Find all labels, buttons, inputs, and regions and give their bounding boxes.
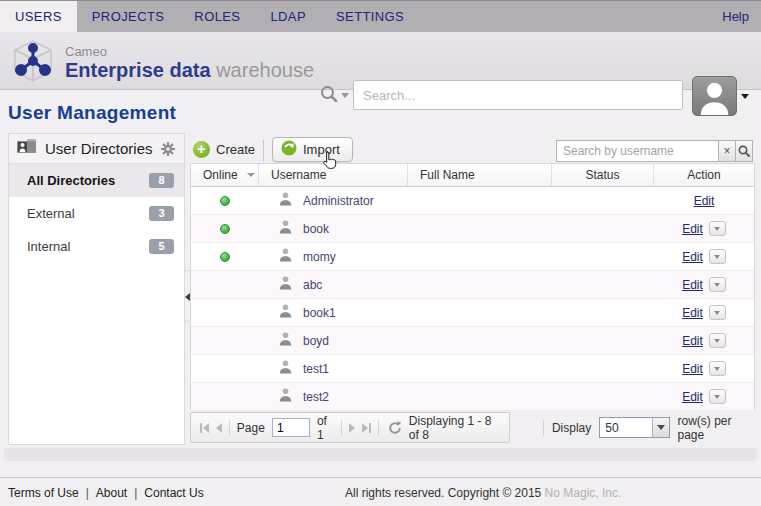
pagination-separator xyxy=(378,420,379,436)
edit-link[interactable]: Edit xyxy=(682,278,703,292)
username-cell: boyd xyxy=(259,332,408,349)
action-cell: Edit xyxy=(654,277,754,292)
row-menu-button[interactable] xyxy=(709,361,726,376)
action-cell: Edit xyxy=(654,194,754,208)
edit-link[interactable]: Edit xyxy=(682,222,703,236)
chevron-down-icon xyxy=(657,425,665,430)
nav-tab[interactable]: SETTINGS xyxy=(321,1,419,32)
plus-circle-icon: + xyxy=(193,141,210,158)
brand-line2: Enterprise data warehouse xyxy=(65,59,314,81)
username-text: book1 xyxy=(303,306,336,320)
row-menu-button[interactable] xyxy=(709,333,726,348)
column-header-username[interactable]: Username xyxy=(259,164,408,186)
clear-search-button[interactable]: × xyxy=(719,140,736,162)
online-cell xyxy=(191,252,259,262)
footer-link[interactable]: Terms of Use xyxy=(8,486,79,500)
column-header-action[interactable]: Action xyxy=(654,164,754,186)
column-header-online[interactable]: Online xyxy=(191,164,259,186)
search-submit-button[interactable] xyxy=(736,140,753,162)
online-indicator xyxy=(220,252,230,262)
pagination-separator xyxy=(543,420,544,436)
row-menu-button[interactable] xyxy=(709,221,726,236)
top-nav-items: USERSPROJECTSROLESLDAPSETTINGS xyxy=(0,1,419,32)
person-icon xyxy=(279,192,292,209)
import-button[interactable]: Import xyxy=(272,137,353,162)
pagination-bar: Page of 1 Displaying 1 - 8 of 8 Display … xyxy=(190,412,755,445)
search-icon[interactable] xyxy=(320,85,338,107)
column-header-fullname[interactable]: Full Name xyxy=(408,164,552,186)
row-menu-button[interactable] xyxy=(709,277,726,292)
sidebar-directory-item[interactable]: External 3 xyxy=(9,197,184,230)
page-title: User Management xyxy=(8,102,176,124)
directory-label: External xyxy=(27,206,75,221)
chevron-down-icon xyxy=(714,367,720,371)
create-button[interactable]: + Create xyxy=(193,141,255,158)
sidebar-directory-item[interactable]: Internal 5 xyxy=(9,230,184,263)
nav-tab[interactable]: PROJECTS xyxy=(77,1,180,32)
column-menu-caret-icon[interactable] xyxy=(247,173,255,177)
page-number-input[interactable] xyxy=(272,418,310,437)
username-text: abc xyxy=(303,278,322,292)
username-cell: book1 xyxy=(259,304,408,321)
refresh-icon[interactable] xyxy=(388,421,402,435)
sidebar-title: User Directories xyxy=(45,140,153,157)
directory-count-badge: 8 xyxy=(149,173,174,188)
action-cell: Edit xyxy=(654,361,754,376)
column-header-status[interactable]: Status xyxy=(552,164,654,186)
table-row: test1 Edit xyxy=(191,355,754,383)
users-table: Online Username Full Name Status Action … xyxy=(190,163,755,410)
global-search-input[interactable] xyxy=(353,80,683,110)
person-icon xyxy=(279,220,292,237)
online-cell xyxy=(191,336,259,346)
first-page-button[interactable] xyxy=(200,423,209,433)
edit-link[interactable]: Edit xyxy=(682,362,703,376)
username-cell: book xyxy=(259,220,408,237)
edit-link[interactable]: Edit xyxy=(682,306,703,320)
directory-count-badge: 3 xyxy=(149,206,174,221)
chevron-down-icon xyxy=(714,395,720,399)
account-menu-caret-icon[interactable] xyxy=(741,94,749,99)
last-page-button[interactable] xyxy=(362,423,371,433)
online-cell xyxy=(191,392,259,402)
search-scope-caret-icon[interactable] xyxy=(341,93,349,98)
directory-label: Internal xyxy=(27,239,70,254)
page-label: Page xyxy=(237,421,265,435)
user-directories-header: User Directories xyxy=(9,134,184,164)
nav-tab[interactable]: ROLES xyxy=(179,1,255,32)
row-menu-button[interactable] xyxy=(709,305,726,320)
person-icon xyxy=(279,388,292,405)
action-cell: Edit xyxy=(654,389,754,404)
top-nav-bar: USERSPROJECTSROLESLDAPSETTINGS Help xyxy=(0,0,761,32)
pagination-separator xyxy=(341,420,342,436)
nav-tab[interactable]: LDAP xyxy=(255,1,321,32)
table-row: momy Edit xyxy=(191,243,754,271)
online-cell xyxy=(191,224,259,234)
row-menu-button[interactable] xyxy=(709,249,726,264)
sidebar-items: All Directories 8 External 3 Internal 5 xyxy=(9,164,184,263)
account-avatar[interactable] xyxy=(692,76,737,116)
footer-link[interactable]: Contact Us xyxy=(144,486,203,500)
help-link[interactable]: Help xyxy=(710,9,761,24)
gear-icon[interactable] xyxy=(160,141,176,157)
user-directories-panel: User Directories All Directories 8 Exter… xyxy=(8,133,185,445)
row-menu-button[interactable] xyxy=(709,389,726,404)
username-search-input[interactable] xyxy=(556,140,719,162)
nav-tab[interactable]: USERS xyxy=(0,1,77,32)
edit-link[interactable]: Edit xyxy=(694,194,715,208)
table-row: test2 Edit xyxy=(191,383,754,411)
select-dropdown-button[interactable] xyxy=(652,418,669,437)
pagination-separator xyxy=(229,420,230,436)
edit-link[interactable]: Edit xyxy=(682,250,703,264)
username-cell: test2 xyxy=(259,388,408,405)
next-page-button[interactable] xyxy=(349,423,355,433)
edit-link[interactable]: Edit xyxy=(682,390,703,404)
footer-link[interactable]: About xyxy=(96,486,127,500)
edit-link[interactable]: Edit xyxy=(682,334,703,348)
table-row: abc Edit xyxy=(191,271,754,299)
previous-page-button[interactable] xyxy=(216,423,222,433)
person-icon xyxy=(279,360,292,377)
page-size-select[interactable]: 50 xyxy=(599,417,669,438)
sidebar-directory-item[interactable]: All Directories 8 xyxy=(9,164,184,197)
directory-label: All Directories xyxy=(27,173,115,188)
user-folder-icon xyxy=(17,139,37,158)
